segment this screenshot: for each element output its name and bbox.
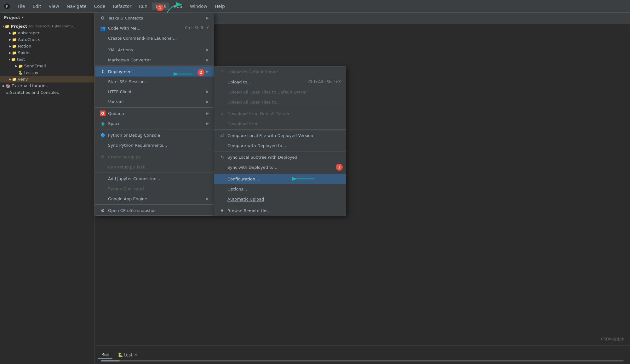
menu-vagrant[interactable]: Vagrant ▶: [95, 97, 214, 107]
tree-item-scratches[interactable]: ▶ ≡ Scratches and Consoles: [0, 89, 94, 96]
upload-all-default-icon: [219, 89, 225, 95]
code-with-me-icon: 👥: [100, 25, 106, 31]
tree-label-testpy: test.py: [24, 70, 38, 75]
space-arrow: ▶: [206, 121, 209, 126]
tree-item-project[interactable]: ▾ 📁 Project sources root, F:\ProgramS...: [0, 23, 94, 30]
upload-all-to-icon: [219, 99, 225, 105]
menu-refactor[interactable]: Refactor: [110, 3, 135, 10]
menu-sync-requirements[interactable]: Sync Python Requirements...: [95, 140, 214, 150]
tree-item-spider[interactable]: ▶ 📁 Spider: [0, 49, 94, 56]
menu-sphinx: Sphinx Quickstart: [95, 184, 214, 194]
menu-markdown[interactable]: Markdown Converter ▶: [95, 55, 214, 65]
menu-jupyter[interactable]: Add Jupyter Connection...: [95, 173, 214, 184]
submenu-browse-remote[interactable]: 🖥 Browse Remote Host: [214, 206, 346, 216]
create-launcher-icon: [100, 35, 106, 41]
submenu-upload-all-to: Upload All Open Files to...: [214, 97, 346, 107]
menu-run[interactable]: Run: [136, 3, 151, 10]
tree-item-apiscraper[interactable]: ▶ 📁 apiscraper: [0, 30, 94, 36]
run-setup-label: Run setup.py Task...: [108, 165, 149, 169]
deployment-submenu: ↑ Upload to Default Server Upload to... …: [214, 66, 346, 216]
qodana-label: Qodana: [108, 111, 124, 116]
submenu-sep1: [214, 108, 346, 108]
app-icon: P: [3, 2, 11, 11]
submenu-options[interactable]: Options...: [214, 184, 346, 194]
tree-label-test: test: [17, 57, 25, 62]
menu-window[interactable]: Window: [187, 3, 210, 10]
badge3-container: 3: [336, 164, 343, 171]
chevron-spider: ▶: [9, 51, 11, 54]
horizontal-scrollbar[interactable]: [101, 360, 624, 361]
menu-help[interactable]: Help: [212, 3, 228, 10]
tree-item-sendemail[interactable]: ▶ 📁 SendEmail: [0, 63, 94, 69]
folder-icon-notion: 📁: [12, 44, 17, 48]
compare-deployed-icon: ⇄: [219, 133, 225, 138]
menu-view[interactable]: View: [46, 3, 62, 10]
chevron-external: ▶: [3, 84, 5, 88]
submenu-sync-local[interactable]: ↻ Sync Local Subtree with Deployed: [214, 152, 346, 162]
submenu-compare-deployed-to[interactable]: Compare with Deployed to ...: [214, 140, 346, 151]
run-tab[interactable]: Run: [98, 351, 112, 359]
menu-space[interactable]: ◉ Space ▶: [95, 118, 214, 128]
tree-item-testpy[interactable]: ▶ 🐍 test.py: [0, 69, 94, 76]
tree-item-notion[interactable]: ▶ 📁 Notion: [0, 43, 94, 49]
folder-icon-apiscraper: 📁: [12, 31, 17, 35]
create-setup-icon: ⚙: [100, 154, 106, 160]
menu-create-launcher[interactable]: Create Command-line Launcher...: [95, 33, 214, 43]
chevron-apiscraper: ▶: [9, 31, 11, 35]
menu-http[interactable]: HTTP Client ▶: [95, 87, 214, 97]
tree-item-venv[interactable]: ▶ 📁 venv: [0, 76, 94, 82]
menu-code-with-me[interactable]: 👥 Code With Me... Ctrl+Shift+Y: [95, 23, 214, 33]
sidebar-header: Project ▾: [0, 13, 94, 22]
qodana-icon: Q: [100, 111, 106, 116]
menu-code[interactable]: Code: [91, 3, 109, 10]
configuration-label: Configuration...: [227, 177, 259, 181]
tree-label-venv: venv: [18, 77, 28, 82]
menu-ssh[interactable]: Start SSH Session...: [95, 77, 214, 87]
tree-label-notion: Notion: [18, 44, 32, 48]
tree-item-autocheck[interactable]: ▶ 📁 AutoCheck: [0, 36, 94, 43]
sep7: [95, 204, 214, 205]
sep1: [95, 44, 214, 44]
folder-icon-autocheck: 📁: [12, 37, 17, 42]
markdown-icon: [100, 57, 106, 63]
ssh-icon: [100, 79, 106, 84]
sidebar-tree: ▾ 📁 Project sources root, F:\ProgramS...…: [0, 22, 94, 364]
menu-file[interactable]: File: [14, 3, 28, 10]
sidebar: Project ▾ ▾ 📁 Project sources root, F:\P…: [0, 13, 94, 364]
google-app-icon: [100, 196, 106, 202]
deployment-label: Deployment: [108, 69, 133, 74]
sync-deployed-to-label: Sync with Deployed to...: [227, 165, 277, 170]
py-run-icon: 🐍: [117, 352, 123, 357]
tree-item-test[interactable]: ▾ 📁 test: [0, 56, 94, 63]
menu-tasks[interactable]: ⚙ Tasks & Contexts ▶: [95, 13, 214, 23]
menu-cprofile[interactable]: ⚙ Open CProfile snapshot: [95, 205, 214, 215]
submenu-configuration[interactable]: Configuration...: [214, 174, 346, 184]
submenu-upload-to[interactable]: Upload to... Ctrl+Alt+Shift+X: [214, 77, 346, 87]
cprofile-icon: ⚙: [100, 208, 106, 213]
tree-item-external[interactable]: ▶ 📚 External Libraries: [0, 82, 94, 89]
badge1-annotation: 1: [157, 4, 163, 11]
menu-deployment[interactable]: ↕ Deployment 2: [95, 66, 214, 77]
space-icon: ◉: [100, 121, 106, 126]
submenu-sync-deployed-to[interactable]: Sync with Deployed to... 3: [214, 162, 346, 172]
compare-deployed-to-icon: [219, 143, 225, 148]
library-icon: 📚: [6, 84, 10, 88]
arrow2-svg: [174, 70, 196, 78]
submenu-auto-upload[interactable]: Automatic Upload: [214, 194, 346, 204]
menu-qodana[interactable]: Q Qodana ▶: [95, 108, 214, 118]
sync-local-label: Sync Local Subtree with Deployed: [227, 155, 297, 160]
menu-google-app[interactable]: Google App Engine ▶: [95, 194, 214, 204]
menu-edit[interactable]: Edit: [29, 3, 44, 10]
close-test-icon[interactable]: ✕: [134, 352, 138, 357]
menu-python-console[interactable]: 🔷 Python or Debug Console: [95, 130, 214, 140]
menu-navigate[interactable]: Navigate: [64, 3, 90, 10]
submenu-sep2: [214, 129, 346, 130]
folder-icon-test: 📁: [11, 57, 16, 62]
submenu-compare-deployed[interactable]: ⇄ Compare Local File with Deployed Versi…: [214, 130, 346, 140]
menu-xml-actions[interactable]: XML Actions ▶: [95, 45, 214, 55]
sidebar-chevron[interactable]: ▾: [21, 15, 23, 20]
folder-icon-sendemail: 📁: [18, 64, 23, 68]
sidebar-title: Project: [4, 15, 20, 20]
tasks-arrow: ▶: [206, 16, 209, 20]
scratches-icon: ≡: [6, 90, 9, 95]
